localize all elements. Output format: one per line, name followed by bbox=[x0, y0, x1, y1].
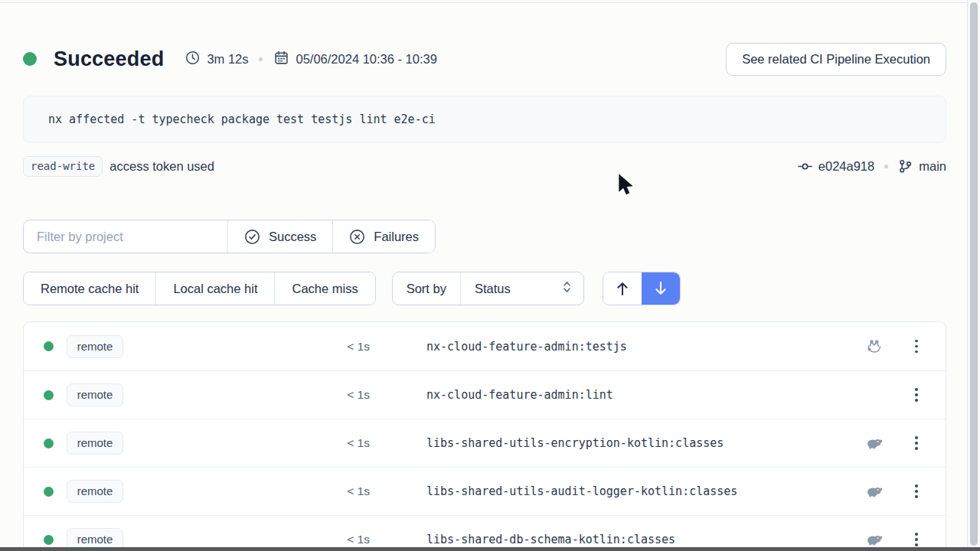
sort-group: Sort by Status bbox=[392, 272, 584, 305]
bottom-window-edge bbox=[0, 547, 980, 551]
filter-row: Success Failures bbox=[23, 220, 946, 253]
branch-icon bbox=[898, 159, 913, 174]
task-row[interactable]: remote < 1s libs-shared-utils-encryption… bbox=[24, 419, 946, 467]
task-duration: < 1s bbox=[123, 533, 370, 546]
filter-failures-label: Failures bbox=[374, 230, 419, 244]
cache-source-badge: remote bbox=[67, 432, 123, 455]
task-row[interactable]: remote < 1s libs-shared-db-schema-kotlin… bbox=[24, 515, 946, 551]
command-box: nx affected -t typecheck package test te… bbox=[23, 96, 946, 143]
task-name: nx-cloud-feature-admin:testjs bbox=[426, 340, 627, 354]
filter-project-input[interactable] bbox=[24, 220, 227, 253]
task-status-dot bbox=[44, 341, 54, 351]
arrow-up-icon bbox=[615, 280, 630, 297]
scrollbar-track[interactable] bbox=[967, 0, 980, 551]
gradle-icon bbox=[864, 436, 884, 450]
cache-source-badge: remote bbox=[67, 383, 123, 406]
sort-descending-button[interactable] bbox=[642, 272, 680, 305]
cache-source-badge: remote bbox=[67, 335, 123, 358]
task-status-dot bbox=[44, 487, 54, 497]
task-status-dot bbox=[44, 390, 54, 400]
cache-source-badge: remote bbox=[67, 480, 123, 503]
task-name: libs-shared-utils-audit-logger-kotlin:cl… bbox=[426, 484, 737, 498]
filter-success-button[interactable]: Success bbox=[227, 220, 332, 253]
gradle-icon bbox=[864, 533, 884, 546]
sort-by-label: Sort by bbox=[393, 272, 460, 305]
calendar-icon bbox=[274, 51, 289, 68]
status-dot bbox=[23, 52, 37, 66]
cache-miss-button[interactable]: Cache miss bbox=[274, 272, 374, 305]
sort-ascending-button[interactable] bbox=[603, 272, 642, 305]
task-list: remote < 1s nx-cloud-feature-admin:testj… bbox=[23, 321, 946, 551]
access-token-badge: read-write bbox=[23, 156, 103, 177]
duration-text: 3m 12s bbox=[207, 52, 248, 67]
commit-hash: e024a918 bbox=[818, 159, 874, 174]
task-row[interactable]: remote < 1s libs-shared-utils-audit-logg… bbox=[24, 467, 946, 515]
token-row: read-write access token used e024a918 ma… bbox=[23, 155, 946, 178]
arrow-down-icon bbox=[653, 280, 668, 297]
scrollbar-thumb[interactable] bbox=[970, 2, 978, 546]
commit-link[interactable]: e024a918 bbox=[798, 159, 874, 174]
commit-icon bbox=[798, 159, 812, 174]
sort-select[interactable]: Status bbox=[460, 272, 583, 305]
task-name: libs-shared-db-schema-kotlin:classes bbox=[426, 533, 675, 546]
row-menu-button[interactable] bbox=[907, 337, 926, 357]
row-menu-button[interactable] bbox=[907, 530, 926, 549]
branch-link[interactable]: main bbox=[898, 159, 946, 174]
x-circle-icon bbox=[349, 229, 365, 245]
date-range: 05/06/2024 10:36 - 10:39 bbox=[296, 52, 436, 67]
access-token-text: access token used bbox=[109, 159, 214, 174]
gradle-icon bbox=[864, 484, 884, 498]
row-menu-button[interactable] bbox=[907, 481, 926, 501]
pipeline-execution-page: Succeeded 3m 12s 05/06/2024 10:36 - 10:3… bbox=[23, 0, 946, 551]
task-duration: < 1s bbox=[123, 388, 370, 402]
task-row[interactable]: remote < 1s nx-cloud-feature-admin:lint bbox=[24, 370, 946, 419]
row-menu-button[interactable] bbox=[907, 433, 926, 453]
task-name: nx-cloud-feature-admin:lint bbox=[426, 388, 613, 402]
cache-filter-group: Remote cache hit Local cache hit Cache m… bbox=[23, 272, 376, 305]
page-title: Succeeded bbox=[54, 47, 164, 71]
filter-success-label: Success bbox=[269, 230, 316, 244]
separator-dot bbox=[884, 165, 888, 168]
filter-failures-button[interactable]: Failures bbox=[332, 220, 435, 253]
task-duration: < 1s bbox=[123, 340, 370, 354]
run-status-header: Succeeded 3m 12s 05/06/2024 10:36 - 10:3… bbox=[23, 42, 946, 76]
jest-icon bbox=[864, 337, 884, 356]
row-menu-button[interactable] bbox=[907, 385, 926, 405]
see-related-ci-pipeline-button[interactable]: See related CI Pipeline Execution bbox=[726, 43, 946, 76]
command-text: nx affected -t typecheck package test te… bbox=[48, 112, 436, 126]
sort-select-value: Status bbox=[475, 282, 511, 296]
task-status-dot bbox=[44, 535, 54, 545]
check-circle-icon bbox=[244, 229, 260, 245]
task-name: libs-shared-utils-encryption-kotlin:clas… bbox=[426, 436, 724, 450]
sort-direction-group bbox=[603, 272, 681, 305]
branch-name: main bbox=[919, 159, 946, 174]
filter-group: Success Failures bbox=[23, 220, 436, 253]
local-cache-hit-button[interactable]: Local cache hit bbox=[155, 272, 274, 305]
separator-dot bbox=[259, 57, 263, 61]
task-duration: < 1s bbox=[123, 484, 370, 498]
task-status-dot bbox=[44, 439, 54, 448]
toolbar-row: Remote cache hit Local cache hit Cache m… bbox=[23, 272, 946, 305]
task-duration: < 1s bbox=[123, 436, 370, 450]
clock-icon bbox=[185, 51, 200, 68]
chevron-up-down-icon bbox=[561, 280, 573, 297]
remote-cache-hit-button[interactable]: Remote cache hit bbox=[24, 272, 155, 305]
task-row[interactable]: remote < 1s nx-cloud-feature-admin:testj… bbox=[24, 322, 946, 370]
